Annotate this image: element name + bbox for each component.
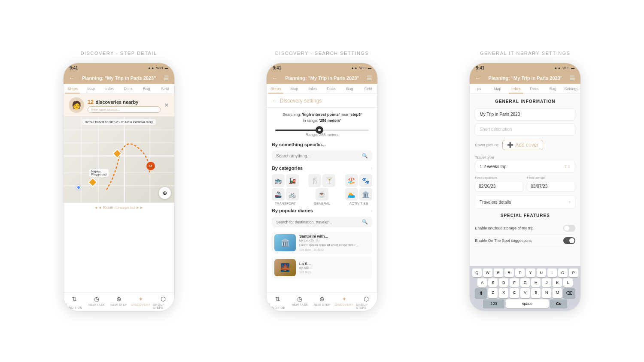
coffee-icon[interactable]: ☕ (316, 188, 328, 201)
return-steps-link[interactable]: ◄◄ Return to steps list ►► (64, 202, 174, 212)
back-chevron-icon[interactable]: ← (272, 97, 277, 104)
close-discovery-button[interactable]: ✕ (164, 102, 169, 109)
toolbar-discovery-1[interactable]: ✦ DISCOVERY (130, 293, 152, 311)
delete-key[interactable]: ⌫ (563, 288, 575, 298)
slider-thumb[interactable] (316, 126, 323, 134)
back-button-2[interactable]: ← (272, 75, 278, 81)
final-arrival-value[interactable]: 03/07/23 (527, 181, 575, 192)
key-a[interactable]: A (477, 278, 487, 287)
toolbar-group-steps-1[interactable]: ⬡ GROUP STEPS (152, 293, 174, 311)
key-123[interactable]: 123 (483, 299, 504, 308)
toolbar-new-task-1[interactable]: ◷ NEW TASK (85, 293, 108, 311)
key-l[interactable]: L (563, 278, 573, 287)
feature-text-1: Enable onCloud storage of my trip (475, 226, 533, 230)
key-k[interactable]: K (553, 278, 562, 287)
key-g[interactable]: G (520, 278, 530, 287)
toolbar-if-condition-1[interactable]: ⇅ IF CONDITION (64, 293, 86, 311)
back-button-3[interactable]: ← (475, 75, 481, 81)
diary-search-box[interactable]: 🔍 (272, 217, 372, 227)
first-departure-value[interactable]: 02/26/23 (475, 181, 523, 192)
slider-track[interactable] (275, 130, 369, 131)
space-key[interactable]: space (506, 299, 549, 308)
compass-button[interactable]: ⊕ (159, 187, 171, 199)
key-d[interactable]: D (499, 278, 508, 287)
tab-bag-2[interactable]: Bag (340, 84, 359, 94)
trip-name-input[interactable]: My Trip in Paris 2023 (475, 108, 575, 121)
key-i[interactable]: I (547, 268, 557, 277)
key-u[interactable]: U (537, 268, 546, 277)
tab-map-3[interactable]: Map (488, 84, 507, 94)
menu-button-2[interactable]: ☰ (367, 75, 372, 81)
tab-bag-1[interactable]: Bag (137, 84, 156, 94)
key-v[interactable]: V (520, 288, 530, 298)
toolbar-new-task-2[interactable]: ◷ NEW TASK (289, 293, 311, 311)
tab-map-2[interactable]: Map (285, 84, 304, 94)
key-q[interactable]: Q (472, 268, 482, 277)
key-f[interactable]: F (510, 278, 519, 287)
diary-card-2[interactable]: 🌉 La S... by Alic... 126 likes (272, 256, 372, 279)
key-c[interactable]: C (510, 288, 519, 298)
key-x[interactable]: X (499, 288, 508, 298)
menu-button-1[interactable]: ☰ (164, 75, 169, 81)
tab-settings-2[interactable]: Setti (359, 84, 377, 94)
travelers-row[interactable]: Travelers details › (475, 195, 575, 209)
toolbar-group-steps-2[interactable]: ⬡ GROUP STEPS (355, 293, 377, 311)
toolbar-discovery-2[interactable]: ✦ DISCOVERY (333, 293, 355, 311)
cocktail-icon[interactable]: 🍸 (322, 174, 335, 187)
ship-icon[interactable]: 🚢 (272, 188, 285, 201)
search-anything-input[interactable] (276, 154, 359, 158)
key-m[interactable]: M (553, 288, 562, 298)
toggle-onspot[interactable] (563, 237, 575, 244)
toolbar-new-step-1[interactable]: ⊕ NEW STEP (108, 293, 130, 311)
train-icon[interactable]: 🚂 (286, 174, 299, 187)
menu-button-3[interactable]: ☰ (570, 75, 575, 81)
tab-steps-1[interactable]: Steps (64, 84, 82, 94)
key-b[interactable]: B (531, 288, 541, 298)
key-s[interactable]: S (488, 278, 498, 287)
paw-icon[interactable]: 🐾 (359, 174, 372, 187)
key-y[interactable]: Y (526, 268, 535, 277)
key-h[interactable]: H (531, 278, 541, 287)
travel-type-select[interactable]: 1-2 weeks trip ⇧⇩ (475, 161, 575, 172)
diary-card-1[interactable]: 🏛️ Santorini with... by Leo Zerbb Lorem … (272, 232, 372, 254)
key-r[interactable]: R (504, 268, 514, 277)
tab-infos-3[interactable]: Infos (507, 84, 525, 94)
restaurant-icon[interactable]: 🍴 (308, 174, 321, 187)
tab-bag-3[interactable]: Bag (544, 84, 562, 94)
key-w[interactable]: W (483, 268, 492, 277)
bus-icon[interactable]: 🚌 (272, 174, 285, 187)
fine-tune-button[interactable]: Fine-tune search... (88, 106, 161, 113)
key-e[interactable]: E (494, 268, 503, 277)
tab-docs-1[interactable]: Docs (119, 84, 137, 94)
tab-steps-2[interactable]: Steps (267, 84, 285, 94)
tab-infos-2[interactable]: Infos (304, 84, 322, 94)
tab-map-1[interactable]: Map (82, 84, 100, 94)
tab-ps-3[interactable]: ps (470, 84, 488, 94)
key-n[interactable]: N (542, 288, 551, 298)
back-button-1[interactable]: ← (69, 75, 75, 81)
toggle-oncloud[interactable] (563, 225, 575, 232)
add-cover-button[interactable]: ➕ Add cover (502, 140, 543, 150)
short-description-input[interactable]: Short description (475, 123, 575, 136)
key-t[interactable]: T (515, 268, 525, 277)
toolbar-if-condition-2[interactable]: ⇅ IF CONDITION (267, 293, 289, 311)
key-j[interactable]: J (542, 278, 551, 287)
go-key[interactable]: Go (550, 299, 567, 308)
tab-infos-1[interactable]: Infos (100, 84, 119, 94)
museum-icon[interactable]: 🏛️ (359, 188, 372, 201)
key-o[interactable]: O (558, 268, 568, 277)
search-anything-box[interactable]: 🔍 (272, 151, 372, 161)
tab-settings-3[interactable]: Settings (562, 84, 580, 94)
key-p[interactable]: P (569, 268, 578, 277)
swim-icon[interactable]: 🏊 (345, 188, 358, 201)
key-z[interactable]: Z (488, 288, 498, 298)
diary-search-input[interactable] (276, 220, 359, 224)
tab-docs-2[interactable]: Docs (322, 84, 340, 94)
toolbar-new-step-2[interactable]: ⊕ NEW STEP (311, 293, 333, 311)
tab-docs-3[interactable]: Docs (525, 84, 544, 94)
section-general-itinerary: GENERAL ITINERARY SETTINGS 9:41 ▲▲ WiFi … (469, 51, 581, 311)
beach-icon[interactable]: 🏖️ (345, 174, 358, 187)
bike-icon[interactable]: 🚲 (286, 188, 299, 201)
shift-key[interactable]: ⬆ (475, 288, 487, 298)
tab-settings-1[interactable]: Setti (156, 84, 174, 94)
